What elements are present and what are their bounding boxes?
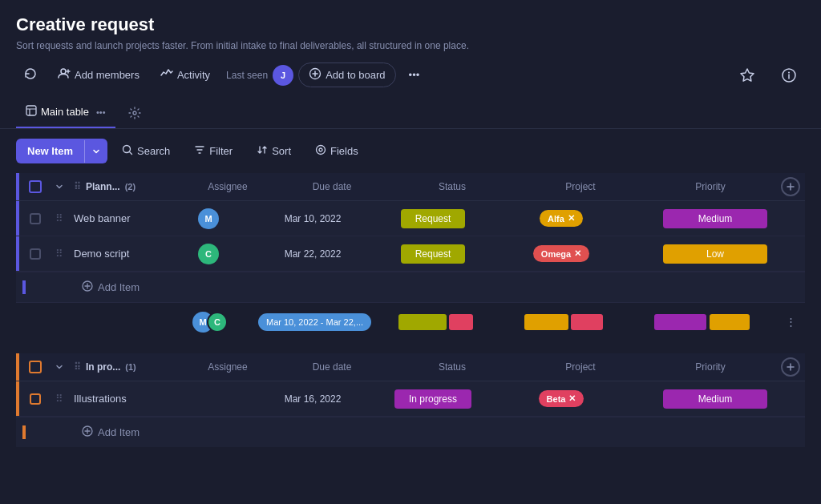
table-row: ⠿ Illustrations Mar 16, 2022 In progress…	[16, 381, 805, 417]
add-members-button[interactable]: Add members	[50, 63, 148, 87]
table-row: ⠿ Web banner M Mar 10, 2022 Request Alfa…	[16, 201, 805, 236]
remove-project-icon[interactable]: ✕	[568, 393, 576, 404]
inprogress-checkbox[interactable]	[29, 361, 42, 373]
new-item-button[interactable]: New Item	[16, 139, 107, 163]
refresh-icon	[24, 67, 37, 83]
row-checkbox[interactable]	[30, 393, 41, 405]
status-bar-2	[449, 314, 473, 330]
row-check[interactable]	[19, 248, 51, 260]
planning-checkbox[interactable]	[29, 180, 42, 193]
priority-bar-1	[654, 314, 706, 330]
tab-main-table[interactable]: Main table •••	[16, 97, 115, 128]
summary-project-bars	[499, 314, 628, 330]
assignee-avatar: M	[198, 208, 219, 229]
project-bar-1	[524, 314, 568, 330]
row-checkbox[interactable]	[30, 213, 41, 224]
new-item-label: New Item	[16, 139, 84, 163]
new-item-dropdown-arrow[interactable]	[84, 140, 107, 163]
remove-project-icon[interactable]: ✕	[568, 213, 575, 224]
add-left-border	[22, 280, 26, 294]
inprogress-section-check[interactable]	[19, 361, 51, 373]
row-drag-handle[interactable]: ⠿	[51, 393, 67, 405]
add-item-label-2: Add Item	[98, 426, 140, 438]
project-tag: Beta ✕	[539, 390, 584, 407]
search-button[interactable]: Search	[112, 139, 180, 163]
main-table-label: Main table	[41, 106, 89, 118]
add-column-button-2[interactable]	[781, 357, 800, 377]
summary-left-border	[16, 303, 19, 341]
planning-chevron[interactable]	[51, 179, 67, 195]
refresh-button[interactable]	[16, 63, 45, 87]
col-priority-header: Priority	[645, 173, 776, 200]
tab-more-icon: •••	[96, 107, 106, 117]
filter-button[interactable]: Filter	[184, 139, 242, 163]
page-title: Creative request	[16, 14, 805, 35]
svg-rect-4	[26, 106, 36, 115]
summary-more-button[interactable]: ⋮	[779, 311, 802, 333]
user-avatar: J	[273, 65, 293, 86]
summary-priority-bars	[628, 314, 776, 330]
activity-button[interactable]: Activity	[152, 63, 218, 87]
toolbar: New Item Search Filter Sort Fields	[0, 129, 821, 173]
search-icon	[122, 144, 133, 158]
add-to-board-button[interactable]: Add to board	[298, 62, 395, 87]
tabs-bar: Main table •••	[0, 97, 821, 129]
activity-icon	[160, 67, 173, 83]
status-badge: Request	[401, 244, 466, 264]
table-icon	[26, 105, 37, 119]
inprogress-chevron[interactable]	[51, 359, 67, 375]
star-button[interactable]	[731, 63, 763, 87]
row-assignee	[160, 396, 257, 402]
activity-label: Activity	[177, 69, 210, 81]
summary-avatars: M C	[162, 312, 258, 333]
row-project: Omega ✕	[497, 240, 625, 267]
last-seen-label: Last seen	[226, 70, 268, 81]
col-assignee-header-2: Assignee	[180, 353, 276, 381]
add-item-label: Add Item	[98, 281, 140, 293]
row-check[interactable]	[19, 213, 51, 224]
row-drag-handle[interactable]: ⠿	[51, 248, 67, 260]
fields-button[interactable]: Fields	[305, 139, 368, 163]
add-members-label: Add members	[75, 69, 140, 81]
row-drag-handle[interactable]: ⠿	[51, 212, 67, 224]
planning-section: ⠿ Plann... (2) Assignee Due date Status …	[16, 173, 805, 341]
add-members-icon	[58, 67, 71, 83]
add-left-border-orange	[22, 425, 26, 439]
svg-point-7	[319, 148, 322, 151]
add-item-button[interactable]: Add Item	[16, 272, 805, 302]
add-item-button-2[interactable]: Add Item	[16, 417, 805, 447]
row-check[interactable]	[19, 393, 51, 405]
svg-point-5	[123, 146, 131, 153]
sort-icon	[257, 144, 268, 158]
add-item-icon	[82, 280, 93, 294]
col-status-header-2: Status	[388, 353, 516, 381]
summary-status-bars	[371, 314, 499, 330]
planning-header-row: ⠿ Plann... (2) Assignee Due date Status …	[16, 173, 805, 201]
more-options-button[interactable]: •••	[401, 65, 428, 85]
col-add-button[interactable]	[776, 177, 805, 196]
info-button[interactable]	[773, 63, 805, 87]
row-duedate: Mar 16, 2022	[257, 387, 369, 411]
sort-button[interactable]: Sort	[247, 139, 301, 163]
content-area: ⠿ Plann... (2) Assignee Due date Status …	[0, 173, 821, 460]
ellipsis-icon: •••	[409, 69, 420, 81]
drag-handle-icon: ⠿	[74, 361, 81, 373]
sort-label: Sort	[272, 145, 291, 157]
col-add-button-2[interactable]	[776, 357, 805, 377]
search-label: Search	[137, 145, 170, 157]
last-seen-section: Last seen J	[226, 65, 293, 86]
row-duedate: Mar 10, 2022	[257, 207, 369, 231]
row-project: Beta ✕	[497, 385, 625, 412]
summary-avatar-c: C	[207, 312, 228, 333]
priority-badge: Medium	[663, 209, 767, 228]
remove-project-icon[interactable]: ✕	[574, 248, 581, 259]
top-right-actions	[731, 63, 805, 87]
row-checkbox[interactable]	[30, 248, 41, 260]
planning-section-check[interactable]	[19, 180, 51, 193]
tab-settings-button[interactable]	[123, 102, 146, 124]
add-column-button[interactable]	[781, 177, 800, 196]
priority-bar-2	[710, 314, 750, 330]
svg-point-3	[788, 71, 790, 73]
summary-date: Mar 10, 2022 - Mar 22,...	[258, 313, 371, 331]
status-bar-1	[398, 314, 447, 330]
